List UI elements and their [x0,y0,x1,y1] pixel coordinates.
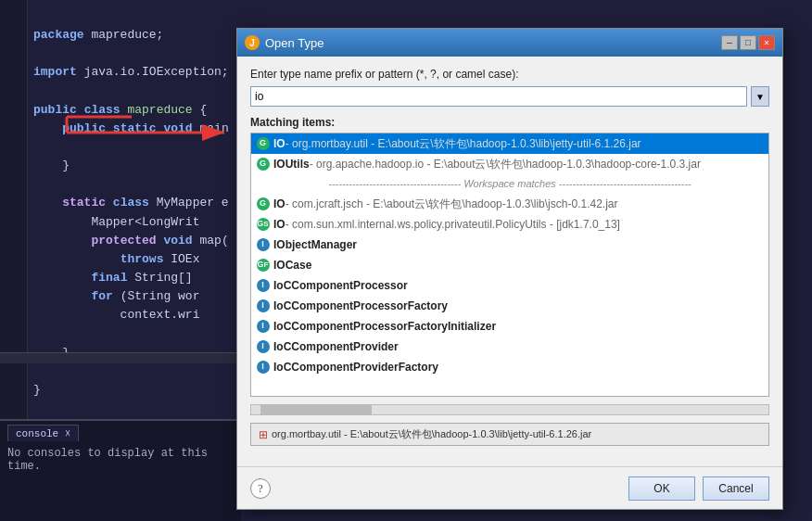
item-superscript: S [263,219,268,230]
item-icon: I [257,361,270,374]
item-icon: I [257,279,270,292]
item-icon: I [257,320,270,333]
open-type-dialog: J Open Type — □ ✕ Enter type name prefix… [236,28,783,510]
list-item[interactable]: GSIO - com.sun.xml.internal.ws.policy.pr… [251,214,768,235]
list-item[interactable]: GIO - org.mortbay.util - E:\about云\软件包\h… [251,133,768,154]
dropdown-button[interactable]: ▼ [751,86,769,107]
matching-items-label: Matching items: [250,116,769,129]
item-label: IOCase [273,257,311,273]
item-label: IO [273,135,285,152]
dialog-body: Enter type name prefix or pattern (*, ?,… [237,57,782,466]
console-tab[interactable]: console ☓ [7,425,79,441]
item-label: IOUtils [273,156,310,172]
list-item[interactable]: IIoCComponentProvider [251,337,768,357]
code-editor[interactable]: package mapreduce; import java.io.IOExce… [28,0,250,389]
dialog-title-label: Open Type [265,36,324,50]
cancel-button[interactable]: Cancel [703,477,769,501]
type-name-input[interactable] [250,86,747,107]
item-detail: - org.apache.hadoop.io - E:\about云\软件包\h… [310,156,701,172]
list-item[interactable]: GIO - com.jcraft.jsch - E:\about云\软件包\ha… [251,194,768,214]
list-item[interactable]: IIoCComponentProviderFactory [251,357,768,377]
help-button[interactable]: ? [250,478,271,499]
path-bar: ⊞ org.mortbay.util - E:\about云\软件包\hadoo… [250,423,769,446]
dialog-title-section: J Open Type [245,35,324,50]
item-label: IO [273,196,285,212]
dialog-title-icon: J [245,35,260,50]
item-label: IO [273,216,285,233]
close-button[interactable]: ✕ [758,35,775,50]
dialog-footer: ? OK Cancel [237,466,782,509]
path-icon: ⊞ [259,428,268,441]
item-label: IoCComponentProviderFactory [273,359,438,375]
item-label: IoCComponentProvider [273,338,399,355]
list-item[interactable]: IIoCComponentProcessorFactory [251,296,768,316]
item-superscript: F [264,260,269,271]
maximize-button[interactable]: □ [740,35,756,50]
item-detail: - com.jcraft.jsch - E:\about云\软件包\hadoop… [285,196,618,212]
item-icon: I [257,340,270,353]
item-label: IoCComponentProcessorFactoryInitializer [273,318,496,335]
item-icon: G [257,197,270,210]
list-item[interactable]: GFIOCase [251,255,768,275]
item-detail: - com.sun.xml.internal.ws.policy.private… [285,216,620,233]
dialog-titlebar: J Open Type — □ ✕ [237,29,782,57]
item-detail: - org.mortbay.util - E:\about云\软件包\hadoo… [285,135,641,152]
input-row: ▼ [250,86,769,107]
horizontal-scrollbar[interactable] [0,352,241,363]
item-icon: G [257,137,270,150]
matching-items-list[interactable]: GIO - org.mortbay.util - E:\about云\软件包\h… [250,133,769,397]
path-text: org.mortbay.util - E:\about云\软件包\hadoop-… [272,427,591,441]
list-item[interactable]: --------------------------------------- … [251,174,768,194]
item-icon: GS [257,218,270,231]
item-icon: I [257,238,270,251]
ok-button[interactable]: OK [628,477,695,501]
item-label: IoCComponentProcessorFactory [273,298,448,314]
console-text: No consoles to display at this time. [7,445,234,475]
item-icon: G [257,158,270,171]
console-panel: console ☓ No consoles to display at this… [0,419,241,521]
minimize-button[interactable]: — [721,35,738,50]
list-hscrollbar[interactable] [250,404,769,415]
footer-buttons: OK Cancel [628,477,769,501]
item-icon: I [257,299,270,312]
list-item[interactable]: IIoCComponentProcessor [251,275,768,296]
list-item[interactable]: IIoCComponentProcessorFactoryInitializer [251,316,768,337]
list-item[interactable]: GIOUtils - org.apache.hadoop.io - E:\abo… [251,154,768,174]
item-icon: GF [257,259,270,272]
input-label: Enter type name prefix or pattern (*, ?,… [250,68,769,81]
item-label: IObjectManager [273,236,357,253]
item-label: IoCComponentProcessor [273,277,408,294]
window-controls: — □ ✕ [721,35,775,50]
hscroll-thumb[interactable] [260,405,372,414]
list-item[interactable]: IIObjectManager [251,235,768,255]
